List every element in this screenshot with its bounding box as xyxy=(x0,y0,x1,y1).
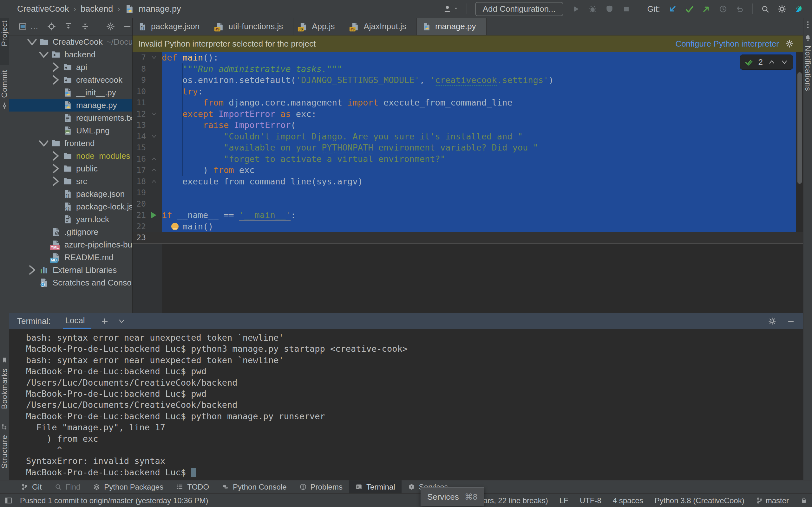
caret-down-icon xyxy=(454,6,458,11)
interpreter-settings-gear-icon[interactable] xyxy=(785,40,794,48)
tool-window-button-Problems[interactable]: Problems xyxy=(293,481,349,493)
code-editor[interactable]: 7 def main(): 8 """Run administrative ta… xyxy=(133,52,803,313)
write-access-lock[interactable] xyxy=(800,497,808,504)
fold-region-icon[interactable] xyxy=(151,111,157,117)
more-options-icon[interactable] xyxy=(803,20,812,29)
minus-icon[interactable] xyxy=(123,22,132,31)
tree-item-README.md[interactable]: MD README.md xyxy=(9,251,132,264)
breadcrumb-item[interactable]: backend xyxy=(81,4,113,14)
editor-tab-package.json[interactable]: {}package.json xyxy=(133,18,210,35)
coverage-button[interactable] xyxy=(605,5,614,13)
tree-item-public[interactable]: public xyxy=(9,162,132,175)
svg-text:{}: {} xyxy=(65,206,70,211)
tree-expand-arrow-icon[interactable] xyxy=(48,72,63,87)
user-account-button[interactable] xyxy=(443,5,458,13)
editor-area: {}package.json JSutil-functions.js JSApp… xyxy=(133,18,803,313)
terminal-output[interactable]: bash: syntax error near unexpected token… xyxy=(9,329,803,478)
tree-item-frontend[interactable]: frontend xyxy=(9,137,132,150)
tree-item-label: frontend xyxy=(64,138,95,148)
js-file-icon: JS xyxy=(216,22,224,31)
git-branch[interactable]: master xyxy=(756,496,789,505)
locate-icon[interactable] xyxy=(47,22,56,31)
tree-item-Scratches and Consoles[interactable]: Scratches and Consoles xyxy=(9,276,132,289)
stripe-button-Bookmarks[interactable]: Bookmarks xyxy=(0,354,9,430)
python-interpreter[interactable]: Python 3.8 (CreativeCook) xyxy=(655,496,745,505)
tree-item-requirements.txt[interactable]: requirements.txt xyxy=(9,112,132,124)
git-commit-button[interactable] xyxy=(685,5,694,13)
editor-scrollbar-thumb[interactable] xyxy=(798,72,802,184)
new-terminal-session-icon[interactable] xyxy=(101,317,109,325)
settings-button[interactable] xyxy=(778,5,786,13)
tree-item-package-lock.json[interactable]: {} package-lock.json xyxy=(9,200,132,213)
tree-item-UML.png[interactable]: UML.png xyxy=(9,124,132,137)
git-history-button[interactable] xyxy=(719,5,727,13)
editor-tab-manage.py[interactable]: manage.py xyxy=(417,18,487,35)
tool-window-button-Python Console[interactable]: Python Console xyxy=(215,481,293,493)
tree-item-manage.py[interactable]: manage.py xyxy=(9,99,132,112)
line-separator[interactable]: LF xyxy=(560,496,568,505)
hide-terminal-icon[interactable] xyxy=(787,317,795,325)
add-configuration-button[interactable]: Add Configuration... xyxy=(475,2,563,16)
fold-region-icon[interactable] xyxy=(151,55,157,60)
editor-tab-AjaxInput.js[interactable]: JSAjaxInput.js xyxy=(345,18,416,35)
tree-expand-arrow-icon[interactable] xyxy=(48,174,63,188)
file-encoding[interactable]: UTF-8 xyxy=(580,496,601,505)
tree-item-creativecook[interactable]: creativecook xyxy=(9,73,132,86)
stripe-button-Structure[interactable]: Structure xyxy=(0,421,9,487)
tree-item-azure-pipelines-buil[interactable]: YML azure-pipelines-buil xyxy=(9,238,132,251)
tree-item-yarn.lock[interactable]: yarn.lock xyxy=(9,213,132,226)
tree-item-backend[interactable]: backend xyxy=(9,48,132,61)
fold-end-icon[interactable] xyxy=(151,167,157,173)
git-update-button[interactable] xyxy=(668,5,677,13)
run-button[interactable] xyxy=(571,5,580,13)
expand-all-icon[interactable] xyxy=(64,22,72,31)
gear-icon[interactable] xyxy=(106,22,115,31)
tool-window-button-TODO[interactable]: TODO xyxy=(170,481,215,493)
tree-item-src[interactable]: src xyxy=(9,175,132,187)
tool-window-label: Terminal xyxy=(366,483,395,492)
tree-item-__init__.py[interactable]: __init__.py xyxy=(9,86,132,99)
fold-end-icon[interactable] xyxy=(151,178,157,184)
indent-setting[interactable]: 4 spaces xyxy=(613,496,643,505)
tree-item-node_modules[interactable]: node_modules xyxy=(9,150,132,162)
stripe-button-Notifications[interactable]: Notifications xyxy=(803,32,812,111)
titlebar-actions: Add Configuration... Git: xyxy=(443,2,812,16)
configure-interpreter-link[interactable]: Configure Python interpreter xyxy=(675,39,779,49)
json-file-icon: {} xyxy=(63,189,72,199)
project-view-icon[interactable] xyxy=(18,22,27,31)
code-with-me-button[interactable] xyxy=(795,5,803,13)
tree-item-CreativeCook[interactable]: CreativeCook ~/Docum xyxy=(9,36,132,48)
breadcrumb-item[interactable]: manage.py xyxy=(139,4,181,14)
tree-item-External Libraries[interactable]: External Libraries xyxy=(9,264,132,276)
tree-expand-arrow-icon[interactable] xyxy=(25,263,39,277)
git-push-button[interactable] xyxy=(702,5,711,13)
editor-tab-util-functions.js[interactable]: JSutil-functions.js xyxy=(210,18,293,35)
run-line-icon[interactable] xyxy=(151,212,156,218)
editor-tab-App.js[interactable]: JSApp.js xyxy=(293,18,345,35)
tree-item-package.json[interactable]: {} package.json xyxy=(9,187,132,200)
search-everywhere-button[interactable] xyxy=(761,5,769,13)
next-match-icon[interactable] xyxy=(780,58,788,66)
debug-button[interactable] xyxy=(589,5,597,13)
tool-window-switcher-icon[interactable] xyxy=(4,497,12,504)
stripe-button-Commit[interactable]: Commit xyxy=(0,67,9,129)
tree-item-.gitignore[interactable]: .gitignore xyxy=(9,226,132,238)
fold-region-icon[interactable] xyxy=(151,133,157,139)
tool-window-button-Find[interactable]: Find xyxy=(48,481,87,493)
previous-match-icon[interactable] xyxy=(768,58,775,66)
fold-end-icon[interactable] xyxy=(151,156,157,162)
tool-window-button-Git[interactable]: Git xyxy=(14,481,48,493)
breadcrumb-item[interactable]: CreativeCook xyxy=(17,4,69,14)
terminal-sessions-dropdown-icon[interactable] xyxy=(118,317,125,325)
stripe-button-Project[interactable]: Project xyxy=(0,18,9,65)
git-rollback-button[interactable] xyxy=(735,5,744,13)
terminal-settings-gear-icon[interactable] xyxy=(768,317,776,325)
tool-window-button-Python Packages[interactable]: Python Packages xyxy=(87,481,170,493)
tool-window-button-Terminal[interactable]: Terminal xyxy=(349,481,402,493)
tree-item-api[interactable]: api xyxy=(9,61,132,73)
stop-button[interactable] xyxy=(622,5,630,13)
project-view-selector[interactable]: … xyxy=(30,21,39,32)
terminal-tab-local[interactable]: Local xyxy=(63,313,91,329)
collapse-all-icon[interactable] xyxy=(81,22,90,31)
intention-bulb-icon[interactable] xyxy=(171,223,179,230)
